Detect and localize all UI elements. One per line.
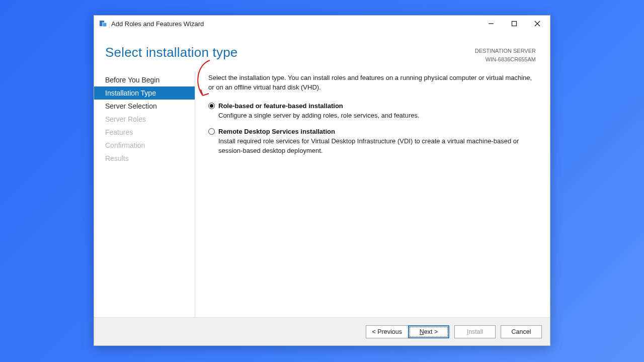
wizard-window: Add Roles and Features Wizard Select ins… — [94, 15, 550, 346]
option-title: Role-based or feature-based installation — [218, 102, 537, 111]
sidebar-item-server-roles: Server Roles — [94, 113, 195, 126]
sidebar-item-installation-type[interactable]: Installation Type — [94, 86, 195, 100]
svg-rect-1 — [103, 23, 107, 27]
radio-remote-desktop[interactable] — [208, 128, 215, 135]
option-desc: Install required role services for Virtu… — [218, 137, 537, 156]
minimize-button[interactable] — [479, 16, 503, 31]
window-title: Add Roles and Features Wizard — [111, 20, 204, 28]
wizard-sidebar: Before You Begin Installation Type Serve… — [94, 71, 195, 317]
install-button: Install — [454, 325, 496, 338]
option-remote-desktop-services[interactable]: Remote Desktop Services installation Ins… — [208, 127, 537, 156]
next-button[interactable]: Next > — [408, 325, 449, 338]
cancel-button[interactable]: Cancel — [501, 325, 542, 338]
previous-button[interactable]: < Previous — [366, 325, 409, 338]
nav-button-group: < Previous Next > — [366, 325, 449, 338]
intro-text: Select the installation type. You can in… — [208, 73, 537, 93]
maximize-button[interactable] — [503, 16, 526, 31]
header: Select installation type DESTINATION SER… — [94, 32, 550, 67]
wizard-footer: < Previous Next > Install Cancel — [94, 317, 550, 345]
sidebar-item-server-selection[interactable]: Server Selection — [94, 100, 195, 113]
destination-value: WIN-6836CR655AM — [475, 55, 536, 64]
main-panel: Select the installation type. You can in… — [195, 71, 547, 317]
sidebar-item-confirmation: Confirmation — [94, 139, 195, 152]
content: Before You Begin Installation Type Serve… — [94, 67, 550, 317]
page-title: Select installation type — [105, 45, 475, 60]
destination-server: DESTINATION SERVER WIN-6836CR655AM — [475, 45, 536, 63]
option-role-based[interactable]: Role-based or feature-based installation… — [208, 102, 537, 121]
radio-role-based[interactable] — [208, 103, 215, 109]
sidebar-item-features: Features — [94, 126, 195, 139]
destination-label: DESTINATION SERVER — [475, 47, 536, 55]
sidebar-item-results: Results — [94, 152, 195, 165]
titlebar: Add Roles and Features Wizard — [94, 16, 550, 32]
svg-rect-4 — [512, 22, 517, 26]
sidebar-item-before-you-begin[interactable]: Before You Begin — [94, 73, 195, 86]
close-button[interactable] — [526, 16, 549, 31]
server-manager-icon — [99, 20, 107, 28]
option-desc: Configure a single server by adding role… — [218, 111, 537, 121]
option-title: Remote Desktop Services installation — [218, 127, 537, 137]
